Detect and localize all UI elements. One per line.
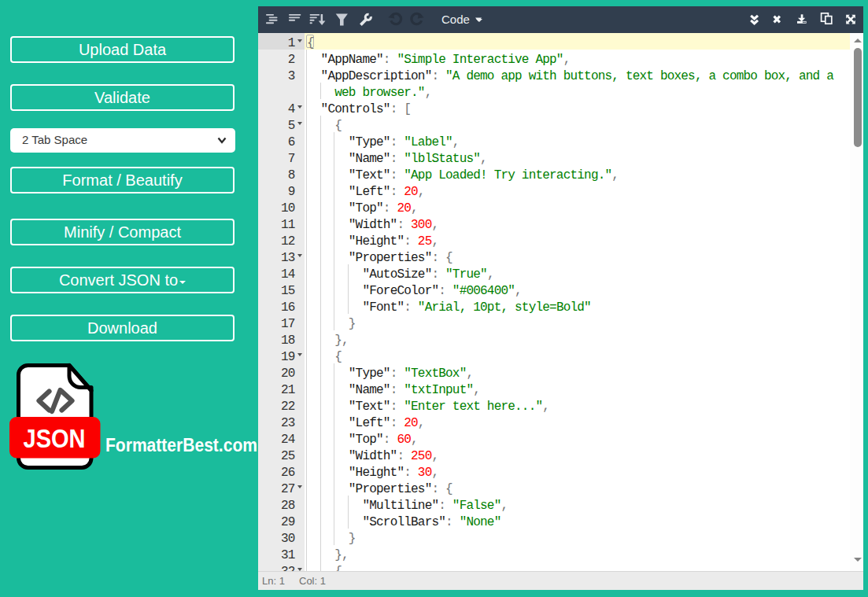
- svg-text:JSON: JSON: [24, 424, 86, 453]
- svg-text:FormatterBest.com: FormatterBest.com: [105, 435, 257, 455]
